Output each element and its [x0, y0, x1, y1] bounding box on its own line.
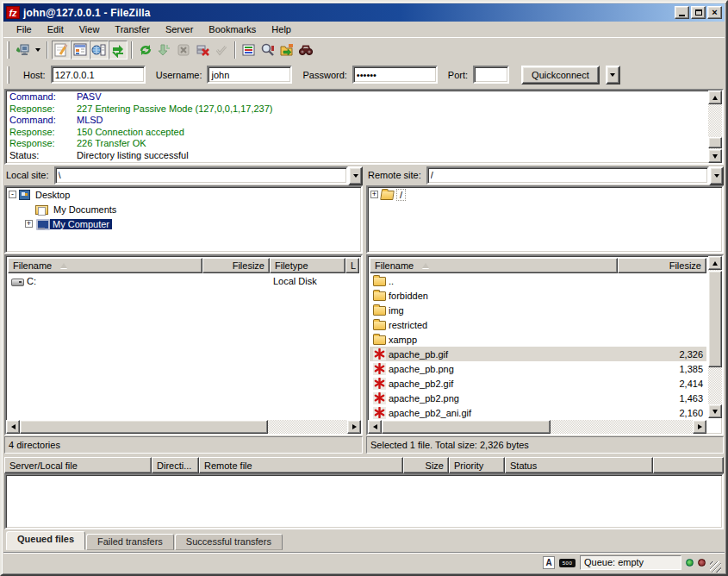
menu-file[interactable]: File — [9, 22, 40, 36]
chevron-down-icon — [714, 174, 719, 178]
speed-limit-icon[interactable]: 500 — [559, 559, 576, 567]
toggle-remote-tree-button[interactable] — [90, 41, 109, 59]
toggle-queue-button[interactable] — [109, 41, 128, 59]
remote-site-input[interactable] — [426, 166, 709, 185]
log-scrollbar[interactable] — [708, 91, 722, 163]
filter-button[interactable] — [240, 41, 258, 59]
close-button[interactable]: × — [707, 6, 722, 19]
scroll-down-button[interactable] — [708, 149, 722, 163]
arrow-up-icon — [712, 261, 718, 266]
chevron-down-icon — [610, 73, 615, 77]
tab-successful-transfers[interactable]: Successful transfers — [175, 534, 283, 550]
file-search-button[interactable] — [258, 41, 277, 59]
menu-transfer[interactable]: Transfer — [107, 22, 158, 36]
remote-file-row[interactable]: img — [370, 303, 706, 317]
scroll-left-button[interactable] — [6, 420, 20, 434]
remote-vertical-scrollbar[interactable] — [708, 256, 722, 418]
scroll-thumb[interactable] — [20, 420, 268, 434]
minimize-button[interactable] — [675, 6, 689, 19]
menu-edit[interactable]: Edit — [40, 22, 72, 36]
remote-site-dropdown[interactable] — [709, 166, 724, 185]
log-line: Command:MLSD — [9, 115, 705, 127]
scroll-right-button[interactable] — [347, 420, 361, 434]
remote-file-row[interactable]: xampp — [370, 332, 706, 347]
column-filesize[interactable]: Filesize — [618, 258, 706, 273]
site-manager-button[interactable] — [13, 41, 32, 59]
directory-comparison-button[interactable] — [277, 41, 296, 59]
tree-item-root[interactable]: + / — [368, 187, 722, 202]
menu-help[interactable]: Help — [264, 22, 299, 36]
scroll-right-button[interactable] — [693, 420, 706, 434]
port-input[interactable] — [473, 66, 509, 84]
remote-file-row[interactable]: restricted — [370, 317, 706, 332]
expand-icon[interactable]: + — [25, 220, 33, 228]
column-status[interactable]: Status — [505, 457, 653, 473]
reconnect-button[interactable] — [212, 41, 231, 59]
username-input[interactable] — [207, 66, 292, 84]
scroll-thumb[interactable] — [382, 420, 551, 434]
process-queue-button[interactable] — [155, 41, 174, 59]
maximize-icon — [695, 9, 702, 16]
site-manager-dropdown[interactable] — [32, 41, 43, 59]
disconnect-button[interactable] — [193, 41, 212, 59]
maximize-button[interactable] — [691, 6, 706, 19]
remote-file-row[interactable]: apache_pb2.png 1,463 — [370, 391, 706, 405]
menu-view[interactable]: View — [72, 22, 108, 36]
refresh-button[interactable] — [136, 41, 155, 59]
expand-icon[interactable]: + — [370, 191, 378, 198]
local-site-dropdown[interactable] — [348, 166, 363, 185]
cancel-operation-button[interactable] — [174, 41, 193, 59]
local-horizontal-scrollbar[interactable] — [6, 420, 361, 434]
local-site-combo[interactable] — [54, 166, 363, 185]
scroll-down-button[interactable] — [708, 404, 722, 418]
local-list-header: Filename Filesize Filetype L — [8, 258, 359, 273]
remote-file-row[interactable]: apache_pb2.gif 2,414 — [370, 376, 706, 391]
quickconnect-button[interactable]: Quickconnect — [521, 66, 600, 85]
menu-bookmarks[interactable]: Bookmarks — [201, 22, 264, 36]
column-priority[interactable]: Priority — [449, 457, 505, 473]
scroll-left-button[interactable] — [368, 420, 382, 434]
transfer-type-icon[interactable]: A — [543, 556, 555, 569]
host-input[interactable] — [51, 66, 146, 84]
quickconnect-dropdown[interactable] — [606, 66, 620, 85]
column-filename[interactable]: Filename — [8, 258, 202, 273]
scroll-up-button[interactable] — [708, 91, 722, 104]
remote-site-combo[interactable] — [426, 166, 724, 185]
local-site-input[interactable] — [54, 166, 348, 185]
column-remote-file[interactable]: Remote file — [199, 457, 403, 473]
tree-item-my-documents[interactable]: My Documents — [6, 202, 361, 216]
scroll-thumb[interactable] — [708, 137, 722, 148]
local-file-row[interactable]: C: Local Disk — [8, 273, 359, 288]
remote-horizontal-scrollbar[interactable] — [368, 420, 706, 434]
scroll-thumb[interactable] — [708, 271, 722, 367]
column-size[interactable]: Size — [403, 457, 449, 473]
tab-failed-transfers[interactable]: Failed transfers — [86, 534, 174, 550]
tab-queued-files[interactable]: Queued files — [6, 531, 85, 550]
password-input[interactable] — [352, 66, 438, 84]
column-server-local-file[interactable]: Server/Local file — [4, 457, 152, 473]
toggle-message-log-button[interactable] — [52, 41, 71, 59]
remote-file-row[interactable]: forbidden — [370, 288, 706, 303]
remote-file-row[interactable]: apache_pb.png 1,385 — [370, 361, 706, 376]
tree-item-my-computer[interactable]: + My Computer — [6, 216, 361, 231]
scroll-up-button[interactable] — [708, 256, 722, 270]
log-line: Response:227 Entering Passive Mode (127,… — [9, 103, 705, 116]
tree-item-desktop[interactable]: - Desktop — [6, 187, 361, 202]
menu-server[interactable]: Server — [158, 22, 201, 36]
column-direction[interactable]: Directi... — [152, 457, 199, 473]
toggle-local-tree-button[interactable] — [71, 41, 90, 59]
column-last-modified[interactable]: L — [345, 258, 359, 273]
remote-file-row[interactable]: .. — [370, 273, 706, 288]
queue-list[interactable] — [4, 473, 724, 529]
column-filesize[interactable]: Filesize — [202, 258, 270, 273]
titlebar[interactable]: fz john@127.0.0.1 - FileZilla × — [3, 3, 725, 22]
column-filetype[interactable]: Filetype — [270, 258, 345, 273]
collapse-icon[interactable]: - — [9, 191, 16, 198]
column-filename[interactable]: Filename — [370, 258, 618, 273]
remote-site-label: Remote site: — [366, 170, 426, 180]
remote-file-row[interactable]: apache_pb2_ani.gif 2,160 — [370, 405, 706, 420]
synchronized-browsing-button[interactable] — [296, 41, 315, 59]
resize-grip[interactable] — [710, 561, 721, 573]
remote-file-row-selected[interactable]: apache_pb.gif 2,326 — [370, 347, 706, 361]
cancel-icon — [176, 42, 191, 58]
